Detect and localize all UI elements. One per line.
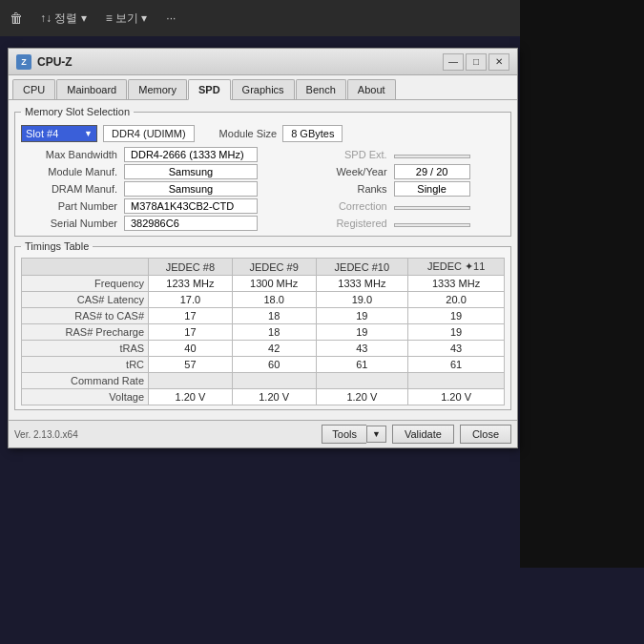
timings-cell-5-2: 61: [316, 357, 408, 373]
minimize-button[interactable]: —: [443, 53, 464, 71]
max-bandwidth-label: Max Bandwidth: [21, 146, 121, 163]
timings-cell-2-3: 19: [408, 308, 505, 324]
timings-row-label-3: RAS# Precharge: [22, 324, 149, 341]
view-button[interactable]: ≡ 보기 ▾: [102, 9, 152, 29]
tab-bar: CPU Mainboard Memory SPD Graphics Bench …: [9, 75, 517, 100]
timings-row-label-2: RAS# to CAS#: [22, 308, 149, 324]
module-manuf-label: Module Manuf.: [21, 163, 121, 180]
timings-cell-7-0: 1.20 V: [149, 389, 233, 405]
maximize-button[interactable]: □: [466, 53, 487, 71]
tab-about[interactable]: About: [347, 79, 396, 99]
validate-button[interactable]: Validate: [392, 425, 454, 444]
part-number-value: M378A1K43CB2-CTD: [124, 198, 258, 214]
tools-group: Tools ▼: [322, 425, 386, 444]
timings-row-3: RAS# Precharge17181919: [22, 324, 505, 341]
timings-cell-6-1: [232, 373, 316, 389]
timings-row-label-5: tRC: [22, 357, 149, 373]
timings-row-2: RAS# to CAS#17181919: [22, 308, 505, 324]
timings-col-jedec9: JEDEC #9: [232, 259, 316, 276]
ranks-value: Single: [394, 181, 470, 197]
memory-slot-section: Memory Slot Selection Slot #4 ▼ DDR4 (UD…: [14, 106, 511, 237]
tab-mainboard[interactable]: Mainboard: [56, 79, 127, 99]
timings-cell-7-3: 1.20 V: [408, 389, 505, 405]
timings-cell-0-2: 1333 MHz: [316, 276, 408, 292]
dark-side-panel: [520, 0, 644, 644]
more-button[interactable]: ···: [162, 10, 179, 27]
delete-icon[interactable]: 🗑: [8, 10, 25, 27]
spd-info-table: Max Bandwidth DDR4-2666 (1333 MHz) SPD E…: [21, 146, 505, 232]
max-bandwidth-value: DDR4-2666 (1333 MHz): [124, 147, 258, 162]
memory-slot-legend: Memory Slot Selection: [21, 106, 134, 117]
timings-cell-6-3: [408, 373, 505, 389]
timings-row-label-4: tRAS: [22, 341, 149, 357]
correction-label: Correction: [315, 197, 391, 215]
timings-table: JEDEC #8 JEDEC #9 JEDEC #10 JEDEC ✦11 Fr…: [21, 258, 505, 405]
timings-cell-4-3: 43: [408, 341, 505, 357]
dropdown-arrow-icon: ▼: [84, 129, 93, 138]
timings-cell-2-2: 19: [316, 308, 408, 324]
timings-row-1: CAS# Latency17.018.019.020.0: [22, 292, 505, 308]
timings-cell-5-0: 57: [149, 357, 233, 373]
timings-cell-7-1: 1.20 V: [232, 389, 316, 405]
timings-row-label-7: Voltage: [22, 389, 149, 405]
timings-cell-5-3: 61: [408, 357, 505, 373]
serial-number-row: Serial Number 382986C6 Registered: [21, 215, 505, 232]
week-year-label: Week/Year: [315, 163, 391, 180]
timings-cell-4-1: 42: [232, 341, 316, 357]
bottom-area: [0, 568, 644, 644]
timings-cell-0-0: 1233 MHz: [149, 276, 233, 292]
tools-dropdown-button[interactable]: ▼: [366, 426, 386, 443]
timings-cell-5-1: 60: [232, 357, 316, 373]
version-text: Ver. 2.13.0.x64: [14, 429, 316, 440]
timings-col-jedec8: JEDEC #8: [149, 259, 233, 276]
timings-cell-3-3: 19: [408, 324, 505, 341]
window-title: CPU-Z: [37, 55, 443, 69]
timings-row-0: Frequency1233 MHz1300 MHz1333 MHz1333 MH…: [22, 276, 505, 292]
spd-ext-value: [394, 155, 470, 158]
timings-col-label: [22, 259, 149, 276]
timings-cell-1-0: 17.0: [149, 292, 233, 308]
timings-row-label-6: Command Rate: [22, 373, 149, 389]
dram-manuf-value: Samsung: [124, 181, 258, 197]
timings-row-label-0: Frequency: [22, 276, 149, 292]
module-size-value: 8 GBytes: [282, 125, 343, 142]
module-type-value: DDR4 (UDIMM): [103, 125, 195, 142]
ranks-label: Ranks: [315, 180, 391, 197]
close-window-button[interactable]: ✕: [488, 53, 509, 71]
timings-cell-4-2: 43: [316, 341, 408, 357]
week-year-value: 29 / 20: [394, 164, 470, 179]
serial-number-value: 382986C6: [124, 216, 258, 231]
timings-row-4: tRAS40424343: [22, 341, 505, 357]
dram-manuf-row: DRAM Manuf. Samsung Ranks Single: [21, 180, 505, 197]
timings-cell-6-0: [149, 373, 233, 389]
timings-cell-7-2: 1.20 V: [316, 389, 408, 405]
timings-cell-1-2: 19.0: [316, 292, 408, 308]
timings-cell-4-0: 40: [149, 341, 233, 357]
tab-bench[interactable]: Bench: [296, 79, 346, 99]
app-icon-text: Z: [21, 57, 27, 67]
part-number-label: Part Number: [21, 197, 121, 215]
window-footer: Ver. 2.13.0.x64 Tools ▼ Validate Close: [9, 420, 517, 447]
tools-button[interactable]: Tools: [322, 425, 366, 444]
sort-button[interactable]: ↑↓ 정렬 ▾: [36, 9, 91, 29]
tab-cpu[interactable]: CPU: [12, 79, 55, 99]
timings-header-row: JEDEC #8 JEDEC #9 JEDEC #10 JEDEC ✦11: [22, 259, 505, 276]
spd-content: Memory Slot Selection Slot #4 ▼ DDR4 (UD…: [9, 100, 517, 420]
close-button[interactable]: Close: [460, 425, 511, 444]
timings-cell-6-2: [316, 373, 408, 389]
app-icon: Z: [16, 54, 31, 70]
tab-memory[interactable]: Memory: [128, 79, 187, 99]
dram-manuf-label: DRAM Manuf.: [21, 180, 121, 197]
tab-graphics[interactable]: Graphics: [232, 79, 295, 99]
timings-cell-3-0: 17: [149, 324, 233, 341]
cpuz-window: Z CPU-Z — □ ✕ CPU Mainboard Memory SPD G…: [8, 48, 518, 448]
timings-col-jedec11: JEDEC ✦11: [408, 259, 505, 276]
timings-row-7: Voltage1.20 V1.20 V1.20 V1.20 V: [22, 389, 505, 405]
slot-selected-value: Slot #4: [26, 128, 58, 139]
registered-value: [394, 223, 470, 227]
spd-ext-label: SPD Ext.: [315, 146, 391, 163]
timings-cell-2-1: 18: [232, 308, 316, 324]
slot-dropdown[interactable]: Slot #4 ▼: [21, 125, 97, 142]
tab-spd[interactable]: SPD: [188, 79, 231, 100]
timings-col-jedec10: JEDEC #10: [316, 259, 408, 276]
